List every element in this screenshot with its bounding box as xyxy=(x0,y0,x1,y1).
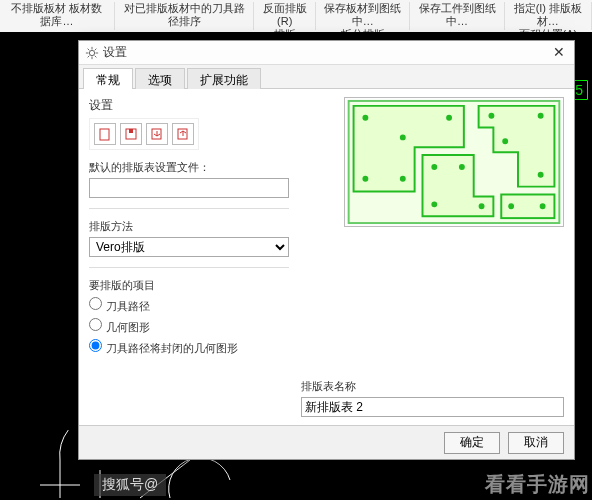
tab-general[interactable]: 常规 xyxy=(83,68,133,89)
right-column: 排版表名称 xyxy=(301,97,564,417)
radio-closed-geometry[interactable]: 刀具路径将封闭的几何图形 xyxy=(89,339,289,356)
svg-point-19 xyxy=(401,135,405,139)
cancel-button[interactable]: 取消 xyxy=(508,432,564,454)
save-icon[interactable] xyxy=(120,123,142,145)
svg-point-25 xyxy=(539,114,543,118)
settings-group-label: 设置 xyxy=(89,97,289,114)
ribbon-item-label: 指定(I) 排版板材… xyxy=(511,2,585,28)
left-column: 设置 默认的排版表设置文件： 排版方法 Vero排版 要排版的项目 刀具路径 几… xyxy=(89,97,289,417)
name-label: 排版表名称 xyxy=(301,379,564,394)
ribbon-item-label: 保存工件到图纸中… xyxy=(416,2,497,28)
svg-line-7 xyxy=(88,55,90,57)
dialog-title: 设置 xyxy=(103,44,550,61)
svg-line-8 xyxy=(95,48,97,50)
svg-point-0 xyxy=(89,50,94,55)
ribbon-item-5[interactable]: 指定(I) 排版板材…面积估置(A) xyxy=(505,2,592,30)
ribbon-item-0[interactable]: 不排版板材 板材数据库… xyxy=(0,2,115,30)
svg-point-27 xyxy=(503,139,507,143)
settings-toolbar xyxy=(89,118,199,150)
default-file-input[interactable] xyxy=(89,178,289,198)
svg-line-6 xyxy=(95,55,97,57)
export-icon[interactable] xyxy=(172,123,194,145)
svg-point-16 xyxy=(447,116,451,120)
method-label: 排版方法 xyxy=(89,219,289,234)
ribbon-item-label: 保存板材到图纸中… xyxy=(322,2,403,28)
radio-toolpath[interactable]: 刀具路径 xyxy=(89,297,289,314)
tab-options[interactable]: 选项 xyxy=(135,68,185,89)
nesting-preview xyxy=(344,97,564,227)
svg-rect-11 xyxy=(129,129,133,133)
svg-point-21 xyxy=(460,165,464,169)
settings-dialog: 设置 ✕ 常规 选项 扩展功能 设置 默认的排版表设置文件： 排版方法 Vero… xyxy=(78,40,575,460)
svg-point-29 xyxy=(509,204,513,208)
svg-point-15 xyxy=(363,116,367,120)
items-label: 要排版的项目 xyxy=(89,278,289,293)
method-select[interactable]: Vero排版 xyxy=(89,237,289,257)
separator xyxy=(89,267,289,268)
ribbon-item-4[interactable]: 保存工件到图纸中… xyxy=(410,2,504,30)
tab-extended[interactable]: 扩展功能 xyxy=(187,68,261,89)
svg-point-17 xyxy=(363,177,367,181)
ribbon-item-3[interactable]: 保存板材到图纸中…拆分排版 xyxy=(316,2,410,30)
gear-icon xyxy=(85,46,99,60)
dialog-titlebar[interactable]: 设置 ✕ xyxy=(79,41,574,65)
ribbon-item-2[interactable]: 反面排版(R)排版 xyxy=(254,2,316,30)
ok-button[interactable]: 确定 xyxy=(444,432,500,454)
close-button[interactable]: ✕ xyxy=(550,44,568,62)
radio-geometry[interactable]: 几何图形 xyxy=(89,318,289,335)
import-icon[interactable] xyxy=(146,123,168,145)
svg-point-20 xyxy=(432,165,436,169)
svg-point-30 xyxy=(541,204,545,208)
svg-point-26 xyxy=(539,173,543,177)
ribbon-item-label: 对已排版板材中的刀具路径排序 xyxy=(121,2,247,28)
preview-svg xyxy=(345,98,563,226)
radio-label: 刀具路径 xyxy=(106,300,150,312)
ribbon-item-label: 不排版板材 板材数据库… xyxy=(6,2,108,28)
svg-rect-9 xyxy=(100,129,109,140)
svg-line-5 xyxy=(88,48,90,50)
name-input[interactable] xyxy=(301,397,564,417)
svg-point-24 xyxy=(489,114,493,118)
watermark-right: 看看手游网 xyxy=(485,471,590,498)
new-icon[interactable] xyxy=(94,123,116,145)
default-file-label: 默认的排版表设置文件： xyxy=(89,160,289,175)
dialog-body: 设置 默认的排版表设置文件： 排版方法 Vero排版 要排版的项目 刀具路径 几… xyxy=(79,89,574,425)
svg-point-22 xyxy=(432,202,436,206)
ribbon-item-1[interactable]: 对已排版板材中的刀具路径排序 xyxy=(115,2,254,30)
svg-point-18 xyxy=(401,177,405,181)
radio-label: 几何图形 xyxy=(106,321,150,333)
dialog-footer: 确定 取消 xyxy=(79,425,574,459)
ribbon-item-label: 反面排版(R) xyxy=(260,2,309,28)
watermark-left: 搜狐号@ xyxy=(94,474,166,496)
separator xyxy=(89,208,289,209)
dialog-tabs: 常规 选项 扩展功能 xyxy=(79,65,574,89)
svg-point-23 xyxy=(480,204,484,208)
ribbon: 不排版板材 板材数据库… 对已排版板材中的刀具路径排序 反面排版(R)排版 保存… xyxy=(0,0,592,32)
items-radio-group: 刀具路径 几何图形 刀具路径将封闭的几何图形 xyxy=(89,297,289,356)
radio-label: 刀具路径将封闭的几何图形 xyxy=(106,342,238,354)
